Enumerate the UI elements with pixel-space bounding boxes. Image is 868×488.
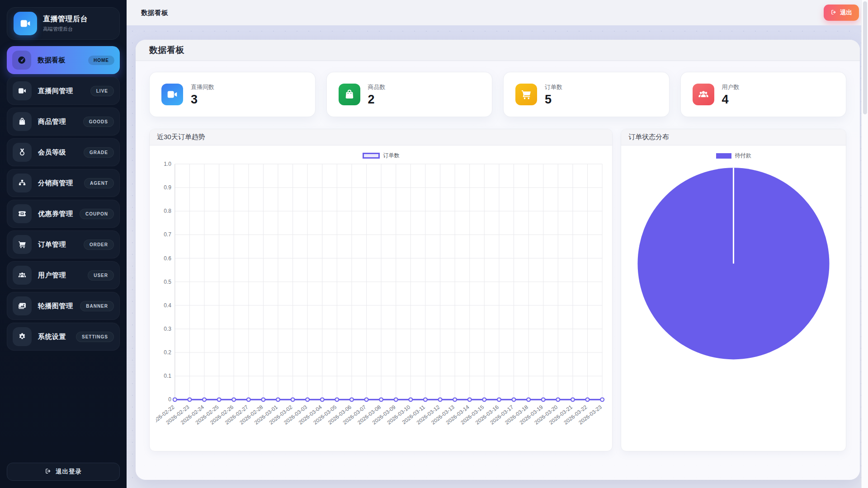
stat-value: 4 <box>722 94 740 106</box>
sidebar-item-label: 优惠券管理 <box>38 210 73 218</box>
video-icon <box>161 84 183 105</box>
sidebar-item-grade[interactable]: 会员等级GRADE <box>7 138 120 166</box>
pie-chart-legend[interactable]: 待付款 <box>716 152 751 160</box>
main-area: 数据看板 退出 数据看板 直播间数3商品数2订单数5用户数4 近30天订单趋势 <box>127 0 868 488</box>
ticket-icon <box>13 204 32 223</box>
panel-header: 数据看板 <box>136 40 860 61</box>
logout-icon <box>830 9 837 17</box>
sidebar-item-label: 数据看板 <box>38 56 82 65</box>
line-chart-legend[interactable]: 订单数 <box>363 152 400 160</box>
sidebar-item-settings[interactable]: 系统设置SETTINGS <box>7 323 120 351</box>
sidebar-item-badge: COUPON <box>80 209 114 219</box>
sidebar-item-label: 订单管理 <box>38 240 77 249</box>
logout-icon <box>45 468 52 476</box>
sidebar-item-coupon[interactable]: 优惠券管理COUPON <box>7 200 120 228</box>
svg-text:0.4: 0.4 <box>164 302 171 309</box>
sidebar-item-label: 分销商管理 <box>38 179 78 188</box>
sidebar-item-badge: BANNER <box>80 301 114 311</box>
sitemap-icon <box>13 174 32 192</box>
stat-card-goods: 商品数2 <box>326 72 493 117</box>
legend-label: 待付款 <box>735 152 751 160</box>
sidebar-menu: 数据看板HOME直播间管理LIVE商品管理GOODS会员等级GRADE分销商管理… <box>7 46 120 457</box>
line-chart: 2026-02-222026-02-232026-02-242026-02-25… <box>156 160 606 445</box>
sidebar-item-badge: SETTINGS <box>76 332 114 342</box>
svg-text:0.1: 0.1 <box>164 373 171 379</box>
stat-value: 5 <box>545 94 562 106</box>
topbar-logout-button[interactable]: 退出 <box>824 5 859 21</box>
line-chart-title: 近30天订单趋势 <box>150 129 612 145</box>
legend-label: 订单数 <box>383 152 400 160</box>
sidebar-item-user[interactable]: 用户管理USER <box>7 261 120 289</box>
stat-label: 用户数 <box>722 83 740 91</box>
stat-value: 3 <box>191 94 214 106</box>
sidebar-logout-label: 退出登录 <box>56 468 82 476</box>
users-icon <box>693 84 714 105</box>
stat-card-users: 用户数4 <box>680 72 847 117</box>
stat-value: 2 <box>368 94 386 106</box>
sidebar-item-badge: GRADE <box>84 147 114 158</box>
video-icon <box>13 81 32 100</box>
svg-text:0.5: 0.5 <box>164 279 171 285</box>
gear-icon <box>13 327 32 346</box>
pie-chart-svg <box>627 160 840 363</box>
sidebar-item-home[interactable]: 数据看板HOME <box>7 46 120 74</box>
topbar-logout-label: 退出 <box>840 9 852 17</box>
dashboard-icon <box>12 51 31 70</box>
scrollbar-thumb[interactable] <box>863 1 867 114</box>
pie-chart-title: 订单状态分布 <box>621 129 846 145</box>
page-scrollbar[interactable] <box>861 0 868 488</box>
sidebar-item-goods[interactable]: 商品管理GOODS <box>7 108 120 136</box>
app-title: 直播管理后台 <box>43 14 88 24</box>
content-area: 数据看板 直播间数3商品数2订单数5用户数4 近30天订单趋势 订单数 <box>127 25 868 488</box>
sidebar-item-badge: HOME <box>88 56 114 65</box>
sidebar-item-badge: LIVE <box>90 86 114 96</box>
panel-title: 数据看板 <box>149 44 184 56</box>
bag-icon <box>339 84 360 105</box>
topbar: 数据看板 退出 <box>127 0 868 25</box>
sidebar-item-label: 直播间管理 <box>38 87 84 95</box>
sidebar-logout-button[interactable]: 退出登录 <box>7 463 120 481</box>
sidebar: 直播管理后台 高端管理后台 数据看板HOME直播间管理LIVE商品管理GOODS… <box>0 0 127 488</box>
svg-text:0: 0 <box>168 396 171 403</box>
svg-text:0.9: 0.9 <box>164 184 171 191</box>
sidebar-item-label: 轮播图管理 <box>38 302 74 310</box>
app-logo-card: 直播管理后台 高端管理后台 <box>7 7 120 40</box>
app-root: 直播管理后台 高端管理后台 数据看板HOME直播间管理LIVE商品管理GOODS… <box>0 0 868 488</box>
stat-card-orders: 订单数5 <box>503 72 670 117</box>
pie-chart <box>627 160 840 445</box>
pie-chart-card: 订单状态分布 待付款 <box>621 129 846 451</box>
users-icon <box>13 266 32 285</box>
stat-label: 订单数 <box>545 83 562 91</box>
line-chart-card: 近30天订单趋势 订单数 2026-02-222026-02-232026-02… <box>149 129 613 451</box>
sidebar-item-agent[interactable]: 分销商管理AGENT <box>7 169 120 197</box>
medal-icon <box>13 143 32 162</box>
svg-text:0.3: 0.3 <box>164 326 171 332</box>
stat-label: 直播间数 <box>191 83 214 91</box>
svg-text:0.6: 0.6 <box>164 255 171 262</box>
dashboard-panel: 数据看板 直播间数3商品数2订单数5用户数4 近30天订单趋势 订单数 <box>136 40 860 480</box>
legend-swatch <box>363 153 380 159</box>
sidebar-item-label: 用户管理 <box>38 271 81 280</box>
bag-icon <box>13 112 32 131</box>
sidebar-item-label: 会员等级 <box>38 148 77 157</box>
charts-row: 近30天订单趋势 订单数 2026-02-222026-02-232026-02… <box>149 129 846 451</box>
stat-card-live-rooms: 直播间数3 <box>149 72 316 117</box>
app-subtitle: 高端管理后台 <box>43 26 88 33</box>
cart-icon <box>515 84 537 105</box>
sidebar-item-live[interactable]: 直播间管理LIVE <box>7 77 120 105</box>
topbar-title: 数据看板 <box>141 9 168 17</box>
svg-text:0.2: 0.2 <box>164 349 171 356</box>
stat-cards-row: 直播间数3商品数2订单数5用户数4 <box>149 72 846 117</box>
svg-text:0.7: 0.7 <box>164 231 171 238</box>
legend-swatch <box>716 153 731 159</box>
sidebar-item-banner[interactable]: 轮播图管理BANNER <box>7 292 120 320</box>
svg-text:0.8: 0.8 <box>164 208 171 214</box>
video-icon <box>14 12 37 35</box>
sidebar-item-label: 系统设置 <box>38 333 70 341</box>
sidebar-item-badge: ORDER <box>84 239 114 250</box>
image-icon <box>13 296 32 315</box>
sidebar-item-badge: GOODS <box>83 117 114 127</box>
sidebar-item-order[interactable]: 订单管理ORDER <box>7 230 120 258</box>
line-chart-svg: 2026-02-222026-02-232026-02-242026-02-25… <box>156 160 606 439</box>
stat-label: 商品数 <box>368 83 386 91</box>
